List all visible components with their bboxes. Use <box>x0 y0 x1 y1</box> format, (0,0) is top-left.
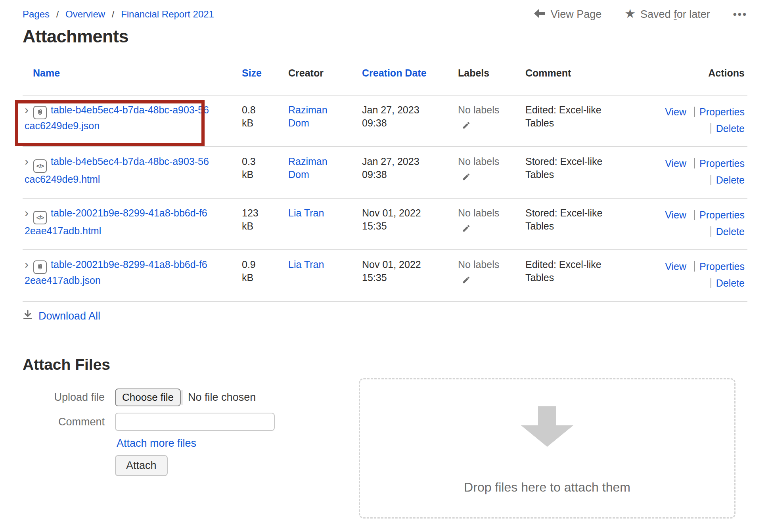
creation-date: Jan 27, 2023 09:38 <box>359 103 427 130</box>
download-icon <box>23 310 33 323</box>
attach-button[interactable]: Attach <box>115 455 168 476</box>
attach-files-title: Attach Files <box>23 356 747 373</box>
download-all-row: Download All <box>23 310 747 323</box>
file-input-divider <box>182 390 182 405</box>
view-page-button[interactable]: View Page <box>534 8 602 21</box>
labels-text: No labels <box>458 258 523 271</box>
drop-files-zone[interactable]: Drop files here to attach them <box>359 378 736 519</box>
action-separator <box>711 123 711 134</box>
expand-chevron-icon[interactable]: › <box>25 105 29 115</box>
attach-files-section: Upload file Choose file No file chosen C… <box>23 378 747 519</box>
breadcrumb-financial-report[interactable]: Financial Report 2021 <box>121 9 214 19</box>
action-separator <box>711 226 711 237</box>
table-row: ›</>table-20021b9e-8299-41a8-bb6d-f62eae… <box>23 198 747 249</box>
down-arrow-icon <box>518 406 577 449</box>
page-actions: View Page ★ Saved for later ••• <box>534 8 747 21</box>
table-header-row: Name Size Creator Creation Date Labels C… <box>23 63 747 95</box>
delete-action-link[interactable]: Delete <box>716 277 745 289</box>
breadcrumb-separator: / <box>56 9 59 19</box>
breadcrumb-overview[interactable]: Overview <box>65 9 105 19</box>
upload-file-label: Upload file <box>23 391 105 404</box>
column-header-labels: Labels <box>456 67 523 79</box>
action-separator <box>711 175 711 185</box>
edit-labels-pencil-icon[interactable] <box>462 171 523 184</box>
ellipsis-icon: ••• <box>733 8 747 21</box>
file-size: 0.9 kB <box>239 258 260 284</box>
properties-action-link[interactable]: Properties <box>699 261 745 272</box>
creation-date: Nov 01, 2022 15:35 <box>359 258 427 284</box>
comment-input[interactable] <box>115 413 275 431</box>
expand-chevron-icon[interactable]: › <box>25 157 29 166</box>
breadcrumb-pages[interactable]: Pages <box>23 9 50 19</box>
action-separator <box>694 107 695 117</box>
code-icon: </> <box>33 211 47 224</box>
column-header-creator: Creator <box>285 67 359 79</box>
creator-link[interactable]: Lia Tran <box>285 207 324 220</box>
labels-text: No labels <box>458 103 523 117</box>
creation-date: Nov 01, 2022 15:35 <box>359 207 427 233</box>
view-page-label: View Page <box>551 8 602 21</box>
table-row: ›</>table-b4eb5ec4-b7da-48bc-a903-56cac6… <box>23 146 747 198</box>
no-file-chosen-text: No file chosen <box>188 391 256 404</box>
attachment-file-link[interactable]: table-b4eb5ec4-b7da-48bc-a903-56cac6249d… <box>25 156 209 185</box>
edit-labels-pencil-icon[interactable] <box>462 120 523 133</box>
delete-action-link[interactable]: Delete <box>716 174 745 186</box>
attachment-file-link[interactable]: table-b4eb5ec4-b7da-48bc-a903-56cac6249d… <box>25 104 209 131</box>
properties-action-link[interactable]: Properties <box>699 158 745 169</box>
comment-text: Stored: Excel-like Tables <box>523 207 619 233</box>
top-bar: Pages / Overview / Financial Report 2021… <box>23 0 747 21</box>
download-all-link[interactable]: Download All <box>38 310 100 322</box>
breadcrumb-separator: / <box>112 9 115 19</box>
action-separator <box>694 261 695 272</box>
table-row: ›table-20021b9e-8299-41a8-bb6d-f62eae417… <box>23 249 747 301</box>
attach-more-files-link[interactable]: Attach more files <box>117 437 196 449</box>
more-menu-button[interactable]: ••• <box>733 8 747 21</box>
attach-form: Upload file Choose file No file chosen C… <box>23 388 292 476</box>
file-size: 0.8 kB <box>239 103 260 130</box>
comment-text: Edited: Excel-like Tables <box>523 258 619 284</box>
attachment-file-link[interactable]: table-20021b9e-8299-41a8-bb6d-f62eae417a… <box>25 207 207 236</box>
page-title: Attachments <box>23 26 747 47</box>
view-action-link[interactable]: View <box>665 106 686 117</box>
paperclip-icon <box>33 106 47 119</box>
labels-text: No labels <box>458 155 523 168</box>
file-size: 123 kB <box>239 207 260 233</box>
expand-chevron-icon[interactable]: › <box>25 208 29 218</box>
code-icon: </> <box>33 159 47 173</box>
choose-file-button[interactable]: Choose file <box>115 388 181 406</box>
dropzone-text: Drop files here to attach them <box>464 480 630 495</box>
action-separator <box>711 278 711 288</box>
saved-for-later-button[interactable]: ★ Saved for later <box>624 8 710 21</box>
column-header-comment: Comment <box>523 67 660 79</box>
view-action-link[interactable]: View <box>665 261 686 272</box>
edit-labels-pencil-icon[interactable] <box>462 274 523 287</box>
properties-action-link[interactable]: Properties <box>699 106 745 117</box>
column-header-name[interactable]: Name <box>33 67 60 78</box>
column-header-actions: Actions <box>660 67 747 79</box>
properties-action-link[interactable]: Properties <box>699 209 745 220</box>
view-action-link[interactable]: View <box>665 158 686 169</box>
delete-action-link[interactable]: Delete <box>716 123 745 134</box>
column-header-creation-date[interactable]: Creation Date <box>362 67 427 78</box>
action-separator <box>694 210 695 220</box>
view-action-link[interactable]: View <box>665 209 686 220</box>
attachment-file-link[interactable]: table-20021b9e-8299-41a8-bb6d-f62eae417a… <box>25 259 207 286</box>
creator-link[interactable]: Raziman Dom <box>285 103 341 130</box>
breadcrumb: Pages / Overview / Financial Report 2021 <box>23 9 214 20</box>
creator-link[interactable]: Raziman Dom <box>285 155 341 181</box>
comment-label: Comment <box>23 416 105 428</box>
star-icon: ★ <box>624 8 636 20</box>
edit-labels-pencil-icon[interactable] <box>462 223 523 236</box>
action-separator <box>694 158 695 168</box>
delete-action-link[interactable]: Delete <box>716 226 745 237</box>
expand-chevron-icon[interactable]: › <box>25 260 29 269</box>
column-header-size[interactable]: Size <box>242 67 262 78</box>
back-arrow-icon <box>534 8 546 21</box>
attachments-page: Pages / Overview / Financial Report 2021… <box>0 0 770 519</box>
labels-text: No labels <box>458 207 523 220</box>
comment-text: Edited: Excel-like Tables <box>523 103 619 130</box>
table-row: ›table-b4eb5ec4-b7da-48bc-a903-56cac6249… <box>23 95 747 146</box>
saved-for-later-label: Saved for later <box>640 8 710 21</box>
paperclip-icon <box>33 260 47 274</box>
creator-link[interactable]: Lia Tran <box>285 258 324 271</box>
